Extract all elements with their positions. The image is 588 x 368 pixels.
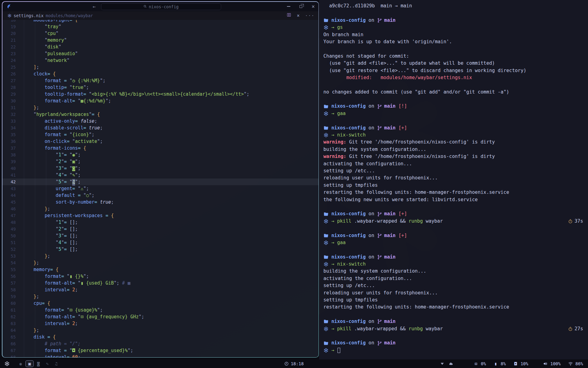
code-token: interval	[23, 355, 67, 357]
code-token: =	[64, 348, 70, 353]
terminal-text: Your branch is up to date with 'origin/m…	[323, 38, 452, 45]
tab-more-icon[interactable]: ···	[305, 13, 315, 18]
code-line-35[interactable]: 35 format = "{icon}";	[2, 131, 318, 138]
code-line-48[interactable]: 48 "1"= [];	[2, 219, 318, 226]
code-line-37[interactable]: 37 format-icons= {	[2, 145, 318, 151]
code-line-49[interactable]: 49 "2"= [];	[2, 226, 318, 232]
code-line-63[interactable]: 63 interval= 2;	[2, 320, 318, 327]
workspace-3-button[interactable]: ◙	[34, 360, 43, 367]
code-line-25[interactable]: 25 ];	[2, 64, 318, 71]
line-number: 50	[2, 232, 16, 239]
code-text: default = "○";	[23, 192, 95, 199]
workspace-5-button[interactable]: ♫	[52, 360, 60, 367]
tab-settings-nix[interactable]: settings.nix modules/home/waybar	[7, 13, 93, 18]
code-token: "	[83, 274, 86, 279]
code-token: "	[23, 240, 58, 245]
code-line-68[interactable]: 68 interval= 60;	[2, 354, 318, 357]
code-line-23[interactable]: 23 "pulseaudio"	[2, 50, 318, 57]
code-line-56[interactable]: 56 format= "▮ {}%";	[2, 273, 318, 280]
code-line-45[interactable]: 45 sort-by-number= true;	[2, 199, 318, 205]
tab-close-icon[interactable]: ×	[297, 13, 300, 18]
code-token: =	[64, 233, 70, 239]
wifi-module[interactable]: 86%	[568, 361, 583, 366]
code-token: =	[78, 193, 83, 198]
code-line-55[interactable]: 55 memory= {	[2, 266, 318, 273]
code-line-19[interactable]: 19 "tray"	[2, 23, 318, 30]
code-line-50[interactable]: 50 "3"= [];	[2, 232, 318, 239]
code-line-28[interactable]: 28 tooltip= "true";	[2, 84, 318, 91]
code-line-38[interactable]: 38 "1"= "◉";	[2, 151, 318, 158]
line-number: 46	[2, 205, 16, 212]
close-button[interactable]: ×	[311, 4, 315, 9]
memory-module[interactable]: ▮8%	[493, 361, 506, 366]
code-token: format-alt	[23, 280, 73, 286]
line-number: 35	[2, 131, 16, 138]
volume-module[interactable]: 100%	[543, 361, 561, 366]
code-line-40[interactable]: 40 "3"= "◙";	[2, 165, 318, 172]
code-editor[interactable]: 18 modules-right= [19 "tray"20 "cpu"21 "…	[2, 20, 318, 357]
code-line-42[interactable]: 42 "5"= "♫";	[2, 178, 318, 185]
code-line-51[interactable]: 51 "4"= [];	[2, 239, 318, 246]
terminal-text: pkill	[337, 218, 352, 225]
code-line-22[interactable]: 22 "disk"	[2, 44, 318, 50]
code-line-18[interactable]: 18 modules-right= [	[2, 20, 318, 23]
nav-back-icon[interactable]: ←	[91, 2, 98, 11]
code-line-29[interactable]: 29 tooltip-format= "<big>{:%Y %B}</big>\…	[2, 91, 318, 98]
code-line-31[interactable]: 31 };	[2, 104, 318, 111]
line-number: 29	[2, 91, 16, 98]
terminal-window[interactable]: a9c0c72..d11029b main → mainnixos-config…	[319, 0, 588, 359]
restore-button[interactable]	[299, 4, 303, 9]
code-line-61[interactable]: 61 format= "⊡ {usage}%";	[2, 307, 318, 313]
code-line-62[interactable]: 62 format-alt= "⊡ {avg_frequency} GHz";	[2, 313, 318, 320]
disk-module[interactable]: ◘10%	[513, 361, 528, 366]
cpu-module[interactable]: ⊡0%	[473, 361, 486, 366]
workspace-4-button[interactable]: ✎	[43, 360, 51, 367]
workspace-1-button[interactable]: ◉	[17, 360, 25, 367]
code-line-33[interactable]: 33 active-only= false;	[2, 118, 318, 125]
code-line-43[interactable]: 43 urgent= "⚠";	[2, 185, 318, 192]
code-line-60[interactable]: 60 cpu= {	[2, 300, 318, 307]
code-token: 4	[58, 172, 61, 178]
code-line-32[interactable]: 32 "hyprland/workspaces"= {	[2, 111, 318, 118]
code-line-47[interactable]: 47 persistent-workspaces = {	[2, 212, 318, 219]
line-number: 66	[2, 340, 16, 347]
code-line-27[interactable]: 27 format = "◷ {:%H:%M}";	[2, 77, 318, 84]
code-line-41[interactable]: 41 "4"= "✎";	[2, 172, 318, 178]
code-token: ;	[47, 253, 50, 259]
code-line-53[interactable]: 53 };	[2, 253, 318, 259]
code-line-58[interactable]: 58 interval= 2;	[2, 286, 318, 293]
code-line-24[interactable]: 24 "network"	[2, 57, 318, 64]
code-line-44[interactable]: 44 default = "○";	[2, 192, 318, 199]
code-line-46[interactable]: 46 };	[2, 205, 318, 212]
code-token: ;	[78, 152, 81, 158]
code-line-67[interactable]: 67 format = "◘ {percentage_used}%";	[2, 347, 318, 354]
code-token: "	[23, 220, 58, 225]
line-number: 37	[2, 145, 16, 151]
minimize-button[interactable]	[287, 4, 291, 9]
code-line-57[interactable]: 57 format-alt= "▮ {used} GiB"; # ▦	[2, 280, 318, 286]
code-token: format	[23, 274, 61, 279]
code-line-64[interactable]: 64 };	[2, 327, 318, 334]
clock-module[interactable]: 18:18	[284, 361, 303, 366]
code-line-52[interactable]: 52 "5"= [];	[2, 246, 318, 253]
code-line-30[interactable]: 30 format-alt= "▦{:%d/%m}";	[2, 98, 318, 104]
workspace-2-button[interactable]: ▣	[25, 360, 34, 367]
code-line-34[interactable]: 34 disable-scroll= true;	[2, 125, 318, 131]
project-search-box[interactable]: nixos-config	[101, 3, 221, 10]
code-line-65[interactable]: 65 disk = {	[2, 334, 318, 340]
triangle-tray-icon[interactable]	[440, 361, 445, 366]
cloud-tray-icon[interactable]	[448, 361, 453, 366]
line-number: 23	[2, 50, 16, 57]
code-line-26[interactable]: 26 clock= {	[2, 71, 318, 77]
editor-window: ← → nixos-config × settings.nix modules/…	[2, 1, 319, 358]
code-line-39[interactable]: 39 "2"= "▣";	[2, 158, 318, 165]
code-line-66[interactable]: 66 # path = "/";	[2, 340, 318, 347]
code-line-59[interactable]: 59 };	[2, 293, 318, 300]
code-line-54[interactable]: 54 };	[2, 259, 318, 266]
code-token: =	[64, 85, 70, 90]
code-line-20[interactable]: 20 "cpu"	[2, 30, 318, 37]
code-line-36[interactable]: 36 on-click= "activate";	[2, 138, 318, 145]
code-token: ;	[86, 186, 89, 191]
code-token: ⊡ {avg_frequency} GHz	[81, 314, 139, 320]
code-line-21[interactable]: 21 "memory"	[2, 37, 318, 44]
